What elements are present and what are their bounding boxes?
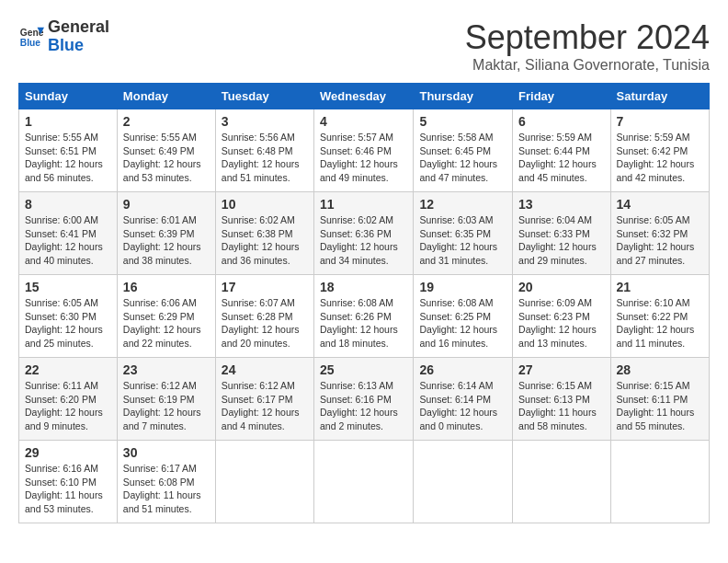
day-number: 24 (222, 362, 308, 377)
day-detail: Sunrise: 6:02 AMSunset: 6:36 PMDaylight:… (320, 213, 407, 268)
day-number: 27 (518, 362, 604, 377)
logo-icon: General Blue (18, 24, 44, 50)
day-detail: Sunrise: 6:08 AMSunset: 6:26 PMDaylight:… (320, 296, 407, 350)
day-number: 1 (25, 114, 111, 129)
day-number: 19 (419, 280, 506, 294)
week-row-2: 8Sunrise: 6:00 AMSunset: 6:41 PMDaylight… (19, 192, 710, 275)
day-cell: 3Sunrise: 5:56 AMSunset: 6:48 PMDaylight… (215, 109, 313, 192)
day-number: 4 (320, 114, 407, 129)
day-number: 21 (617, 280, 703, 294)
logo-text-general: General (48, 18, 109, 37)
day-detail: Sunrise: 6:17 AMSunset: 6:08 PMDaylight:… (123, 462, 210, 516)
day-number: 13 (518, 197, 604, 212)
month-title: September 2024 (465, 18, 710, 57)
day-number: 29 (25, 445, 111, 460)
day-number: 26 (419, 362, 506, 377)
header-thursday: Thursday (414, 84, 513, 109)
day-number: 25 (320, 362, 407, 377)
day-cell: 22Sunrise: 6:11 AMSunset: 6:20 PMDayligh… (19, 358, 118, 441)
day-cell: 9Sunrise: 6:01 AMSunset: 6:39 PMDaylight… (117, 192, 215, 275)
title-area: September 2024 Maktar, Siliana Governora… (465, 18, 710, 74)
day-number: 30 (123, 445, 210, 460)
week-row-3: 15Sunrise: 6:05 AMSunset: 6:30 PMDayligh… (19, 275, 710, 358)
day-cell: 19Sunrise: 6:08 AMSunset: 6:25 PMDayligh… (414, 275, 513, 358)
day-detail: Sunrise: 5:57 AMSunset: 6:46 PMDaylight:… (320, 131, 407, 185)
day-detail: Sunrise: 6:05 AMSunset: 6:30 PMDaylight:… (25, 296, 111, 350)
day-detail: Sunrise: 6:16 AMSunset: 6:10 PMDaylight:… (25, 462, 111, 516)
day-cell: 6Sunrise: 5:59 AMSunset: 6:44 PMDaylight… (513, 109, 610, 192)
header-row: SundayMondayTuesdayWednesdayThursdayFrid… (19, 84, 710, 109)
header-saturday: Saturday (610, 84, 709, 109)
day-detail: Sunrise: 5:59 AMSunset: 6:44 PMDaylight:… (518, 131, 604, 185)
header-monday: Monday (117, 84, 215, 109)
day-cell: 27Sunrise: 6:15 AMSunset: 6:13 PMDayligh… (513, 358, 610, 441)
day-number: 3 (222, 114, 308, 129)
day-cell: 10Sunrise: 6:02 AMSunset: 6:38 PMDayligh… (215, 192, 313, 275)
day-number: 15 (25, 280, 111, 294)
header: General Blue General Blue September 2024… (18, 18, 710, 74)
day-cell: 20Sunrise: 6:09 AMSunset: 6:23 PMDayligh… (513, 275, 610, 358)
week-row-1: 1Sunrise: 5:55 AMSunset: 6:51 PMDaylight… (19, 109, 710, 192)
day-cell (414, 441, 513, 523)
day-detail: Sunrise: 6:02 AMSunset: 6:38 PMDaylight:… (222, 213, 308, 268)
day-number: 23 (123, 362, 210, 377)
day-cell: 17Sunrise: 6:07 AMSunset: 6:28 PMDayligh… (215, 275, 313, 358)
header-wednesday: Wednesday (314, 84, 414, 109)
day-cell: 30Sunrise: 6:17 AMSunset: 6:08 PMDayligh… (117, 441, 215, 523)
day-number: 20 (518, 280, 604, 294)
day-detail: Sunrise: 6:06 AMSunset: 6:29 PMDaylight:… (123, 296, 210, 350)
day-detail: Sunrise: 6:08 AMSunset: 6:25 PMDaylight:… (419, 296, 506, 350)
day-cell: 5Sunrise: 5:58 AMSunset: 6:45 PMDaylight… (414, 109, 513, 192)
day-cell: 24Sunrise: 6:12 AMSunset: 6:17 PMDayligh… (215, 358, 313, 441)
day-number: 11 (320, 197, 407, 212)
day-cell: 1Sunrise: 5:55 AMSunset: 6:51 PMDaylight… (19, 109, 118, 192)
svg-text:Blue: Blue (20, 38, 41, 48)
day-detail: Sunrise: 5:55 AMSunset: 6:49 PMDaylight:… (123, 131, 210, 185)
day-detail: Sunrise: 6:01 AMSunset: 6:39 PMDaylight:… (123, 213, 210, 268)
day-number: 2 (123, 114, 210, 129)
day-detail: Sunrise: 5:55 AMSunset: 6:51 PMDaylight:… (25, 131, 111, 185)
logo: General Blue General Blue (18, 18, 109, 55)
day-detail: Sunrise: 6:07 AMSunset: 6:28 PMDaylight:… (222, 296, 308, 350)
day-detail: Sunrise: 5:56 AMSunset: 6:48 PMDaylight:… (222, 131, 308, 185)
day-cell: 2Sunrise: 5:55 AMSunset: 6:49 PMDaylight… (117, 109, 215, 192)
day-cell: 12Sunrise: 6:03 AMSunset: 6:35 PMDayligh… (414, 192, 513, 275)
day-number: 10 (222, 197, 308, 212)
day-number: 17 (222, 280, 308, 294)
day-cell (610, 441, 709, 523)
day-number: 7 (617, 114, 703, 129)
header-friday: Friday (513, 84, 610, 109)
day-cell: 16Sunrise: 6:06 AMSunset: 6:29 PMDayligh… (117, 275, 215, 358)
day-detail: Sunrise: 5:58 AMSunset: 6:45 PMDaylight:… (419, 131, 506, 185)
header-tuesday: Tuesday (215, 84, 313, 109)
week-row-5: 29Sunrise: 6:16 AMSunset: 6:10 PMDayligh… (19, 441, 710, 523)
day-cell: 23Sunrise: 6:12 AMSunset: 6:19 PMDayligh… (117, 358, 215, 441)
day-number: 12 (419, 197, 506, 212)
day-detail: Sunrise: 6:12 AMSunset: 6:17 PMDaylight:… (222, 379, 308, 433)
day-cell: 11Sunrise: 6:02 AMSunset: 6:36 PMDayligh… (314, 192, 414, 275)
header-sunday: Sunday (19, 84, 118, 109)
day-detail: Sunrise: 6:11 AMSunset: 6:20 PMDaylight:… (25, 379, 111, 433)
day-cell: 26Sunrise: 6:14 AMSunset: 6:14 PMDayligh… (414, 358, 513, 441)
day-detail: Sunrise: 6:15 AMSunset: 6:11 PMDaylight:… (617, 379, 703, 433)
day-detail: Sunrise: 6:15 AMSunset: 6:13 PMDaylight:… (518, 379, 604, 433)
day-number: 16 (123, 280, 210, 294)
day-cell (215, 441, 313, 523)
day-number: 22 (25, 362, 111, 377)
day-number: 5 (419, 114, 506, 129)
day-cell: 29Sunrise: 6:16 AMSunset: 6:10 PMDayligh… (19, 441, 118, 523)
day-cell: 15Sunrise: 6:05 AMSunset: 6:30 PMDayligh… (19, 275, 118, 358)
day-cell: 28Sunrise: 6:15 AMSunset: 6:11 PMDayligh… (610, 358, 709, 441)
day-detail: Sunrise: 6:10 AMSunset: 6:22 PMDaylight:… (617, 296, 703, 350)
day-detail: Sunrise: 6:09 AMSunset: 6:23 PMDaylight:… (518, 296, 604, 350)
day-cell (314, 441, 414, 523)
day-detail: Sunrise: 6:14 AMSunset: 6:14 PMDaylight:… (419, 379, 506, 433)
day-detail: Sunrise: 5:59 AMSunset: 6:42 PMDaylight:… (617, 131, 703, 185)
logo-text-blue: Blue (48, 37, 109, 55)
day-detail: Sunrise: 6:00 AMSunset: 6:41 PMDaylight:… (25, 213, 111, 268)
day-number: 8 (25, 197, 111, 212)
calendar-table: SundayMondayTuesdayWednesdayThursdayFrid… (18, 83, 710, 523)
day-cell: 18Sunrise: 6:08 AMSunset: 6:26 PMDayligh… (314, 275, 414, 358)
day-cell: 13Sunrise: 6:04 AMSunset: 6:33 PMDayligh… (513, 192, 610, 275)
day-number: 18 (320, 280, 407, 294)
